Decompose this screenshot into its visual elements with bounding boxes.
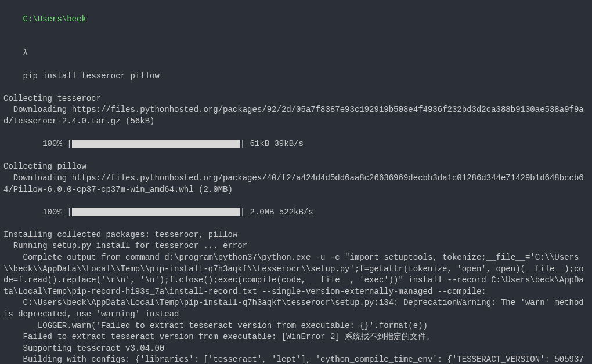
command-text: pip install tesserocr pillow <box>23 71 160 81</box>
prompt-line: C:\Users\beck <box>3 2 589 37</box>
prompt-symbol: λ <box>23 48 28 57</box>
terminal-output: C:\Users\beck λ pip install tesserocr pi… <box>3 2 589 364</box>
progress-stats: | 2.0MB 522kB/s <box>240 208 313 217</box>
command-line: λ pip install tesserocr pillow <box>3 37 589 93</box>
progress-line-2: 100% || 2.0MB 522kB/s <box>3 195 589 230</box>
progress-stats: | 61kB 39kB/s <box>240 139 304 148</box>
progress-bar-1 <box>72 140 240 148</box>
output-line: Downloading https://files.pythonhosted.o… <box>3 104 589 127</box>
output-line: _LOGGER.warn('Failed to extract tesserac… <box>3 321 589 332</box>
prompt-path: C:\Users\beck <box>23 14 86 24</box>
output-line: Running setup.py install for tesserocr .… <box>3 241 589 252</box>
progress-line-1: 100% || 61kB 39kB/s <box>3 128 589 162</box>
output-line: Collecting tesserocr <box>3 93 589 105</box>
progress-percent: 100% | <box>23 139 72 148</box>
output-line: Collecting pillow <box>3 161 589 173</box>
output-line: Complete output from command d:\program\… <box>3 252 589 297</box>
output-line: Downloading https://files.pythonhosted.o… <box>3 173 589 195</box>
output-line: Building with configs: {'libraries': ['t… <box>3 354 589 364</box>
output-line: Failed to extract tesseract version from… <box>3 332 589 343</box>
output-line: Installing collected packages: tesserocr… <box>3 230 589 241</box>
progress-bar-2 <box>72 208 240 216</box>
output-line: Supporting tesseract v3.04.00 <box>3 343 589 355</box>
progress-percent: 100% | <box>23 208 72 217</box>
output-line: C:\Users\beck\AppData\Local\Temp\pip-ins… <box>3 297 589 320</box>
